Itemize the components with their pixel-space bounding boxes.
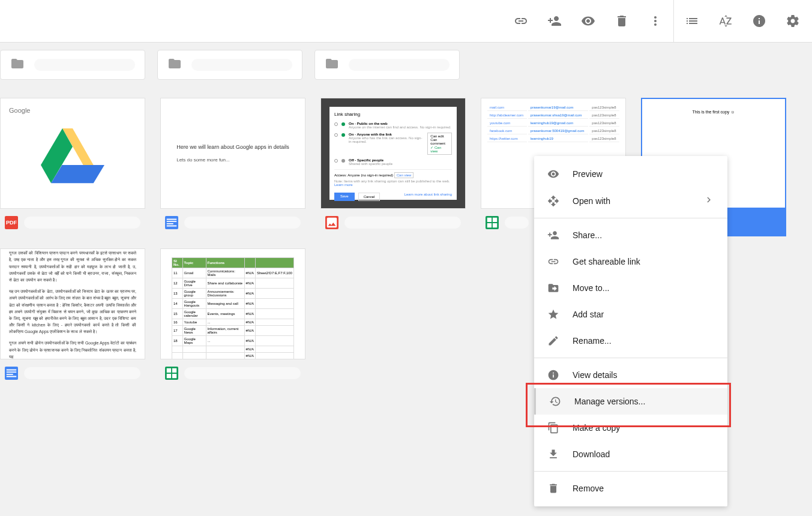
sort-icon[interactable]: [718, 14, 733, 28]
file-card[interactable]: गूगल गूथन बादल आधारित है उनन उपयोक्ताओं …: [0, 248, 145, 387]
folder-card[interactable]: [0, 50, 145, 80]
more-icon[interactable]: [648, 14, 663, 28]
star-icon: [547, 308, 559, 320]
menu-item-preview[interactable]: Preview: [534, 161, 727, 187]
open_with-icon: [547, 195, 559, 207]
menu-item-label: Add star: [573, 310, 604, 319]
menu-item-open-with[interactable]: Open with: [534, 187, 727, 214]
doc-icon: [165, 216, 178, 229]
file-thumbnail: Here we will learn about Google apps in …: [160, 98, 305, 209]
menu-item-label: Remove: [573, 484, 604, 493]
file-thumbnail: Google: [0, 98, 145, 209]
file-thumbnail: Link sharing On - Public on the webAnyon…: [320, 98, 466, 209]
file-card[interactable]: Here we will learn about Google apps in …: [160, 98, 305, 236]
folder-icon: [10, 56, 25, 73]
menu-item-make-a-copy[interactable]: Make a copy: [534, 415, 727, 441]
menu-item-label: View details: [573, 370, 617, 380]
menu-item-share[interactable]: Share...: [534, 222, 727, 248]
preview-icon[interactable]: [581, 14, 595, 28]
toolbar: [0, 0, 812, 43]
redacted-name: [184, 217, 301, 229]
menu-item-remove[interactable]: Remove: [534, 475, 727, 502]
redacted-name: [34, 59, 135, 71]
redacted-name: [191, 59, 292, 71]
menu-item-label: Make a copy: [573, 423, 620, 433]
pdf-icon: PDF: [5, 216, 18, 229]
context-menu: PreviewOpen withShare...Get shareable li…: [534, 156, 727, 506]
file-card[interactable]: Sl No.TopicFunctions11GmailCommunication…: [160, 248, 305, 387]
sheet-icon: [486, 216, 499, 229]
person_add-icon: [547, 229, 559, 241]
menu-item-add-star[interactable]: Add star: [534, 301, 727, 328]
google-drive-logo: [40, 128, 106, 185]
menu-item-label: Manage versions...: [574, 397, 645, 406]
menu-item-label: Download: [573, 449, 610, 459]
menu-item-label: Open with: [573, 196, 610, 206]
download-icon: [547, 448, 559, 460]
file-thumbnail: गूगल गूथन बादल आधारित है उनन उपयोक्ताओं …: [0, 248, 145, 359]
doc-text: Lets do some more fun...: [176, 157, 289, 163]
edit-icon: [547, 335, 559, 347]
redacted-name: [24, 217, 140, 229]
menu-item-label: Rename...: [573, 336, 612, 346]
sheet-icon: [165, 367, 178, 380]
info-icon[interactable]: [752, 14, 766, 28]
delete-icon[interactable]: [615, 14, 629, 28]
doc-text: This is the first copy ☺: [693, 110, 735, 114]
redacted-name: [344, 217, 461, 229]
menu-item-label: Preview: [573, 169, 603, 179]
redacted-name: [505, 217, 529, 229]
menu-item-label: Get shareable link: [573, 257, 640, 266]
menu-item-manage-versions[interactable]: Manage versions...: [534, 388, 727, 415]
menu-item-download[interactable]: Download: [534, 441, 727, 467]
file-card[interactable]: Link sharing On - Public on the webAnyon…: [320, 98, 466, 236]
preview-icon: [547, 168, 559, 180]
dialog-title: Link sharing: [334, 112, 452, 117]
delete-icon: [547, 482, 559, 494]
folder-icon: [325, 56, 339, 73]
folder-card[interactable]: [314, 50, 460, 80]
folder_move-icon: [547, 282, 559, 294]
doc-title: Here we will learn about Google apps in …: [176, 144, 289, 150]
copy-icon: [547, 422, 559, 434]
redacted-name: [349, 59, 450, 71]
link-icon: [547, 256, 559, 268]
share-icon[interactable]: [547, 14, 562, 28]
image-icon: [325, 216, 338, 229]
menu-item-rename[interactable]: Rename...: [534, 328, 727, 354]
settings-icon[interactable]: [786, 14, 800, 28]
chevron-right-icon: [703, 194, 714, 207]
menu-item-move-to[interactable]: Move to...: [534, 275, 727, 301]
menu-item-view-details[interactable]: View details: [534, 362, 727, 388]
menu-item-get-shareable-link[interactable]: Get shareable link: [534, 248, 727, 275]
history-icon: [549, 395, 561, 407]
file-card[interactable]: Google PDF: [0, 98, 145, 236]
folder-icon: [167, 56, 182, 73]
list-view-icon[interactable]: [685, 14, 699, 28]
info-icon: [547, 369, 559, 381]
link-icon[interactable]: [514, 14, 528, 28]
folder-card[interactable]: [157, 50, 302, 80]
menu-item-label: Share...: [573, 230, 602, 240]
file-thumbnail: Sl No.TopicFunctions11GmailCommunication…: [160, 248, 305, 359]
menu-item-label: Move to...: [573, 283, 609, 293]
redacted-name: [184, 367, 301, 379]
redacted-name: [24, 367, 140, 379]
logo-text: Google: [9, 107, 30, 114]
doc-icon: [5, 367, 18, 380]
